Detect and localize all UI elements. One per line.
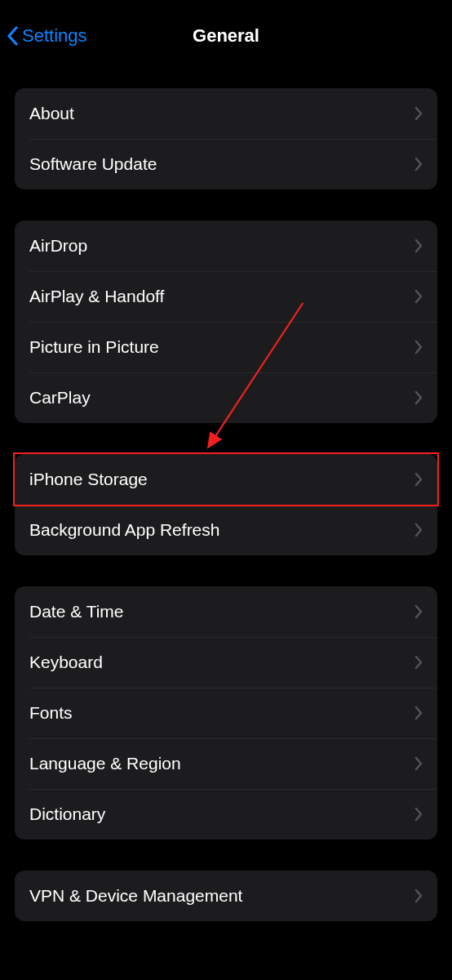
row-label: Language & Region	[29, 754, 181, 773]
row-label: Keyboard	[29, 653, 103, 672]
row-label: CarPlay	[29, 388, 91, 408]
chevron-right-icon	[414, 106, 423, 121]
row-label: iPhone Storage	[29, 470, 148, 489]
chevron-left-icon	[7, 26, 19, 46]
row-label: Date & Time	[29, 602, 124, 621]
chevron-right-icon	[414, 523, 423, 537]
content: About Software Update AirDrop AirPlay & …	[0, 88, 452, 921]
row-background-app-refresh[interactable]: Background App Refresh	[15, 505, 437, 555]
row-dictionary[interactable]: Dictionary	[15, 789, 437, 840]
row-language-region[interactable]: Language & Region	[15, 738, 437, 789]
row-iphone-storage[interactable]: iPhone Storage	[15, 454, 437, 505]
nav-bar: Settings General	[0, 0, 452, 72]
row-vpn-device-management[interactable]: VPN & Device Management	[15, 871, 437, 921]
row-label: AirDrop	[29, 236, 87, 256]
row-carplay[interactable]: CarPlay	[15, 372, 437, 423]
group-connectivity: AirDrop AirPlay & Handoff Picture in Pic…	[15, 220, 437, 423]
chevron-right-icon	[414, 655, 423, 670]
group-vpn: VPN & Device Management	[15, 871, 437, 921]
chevron-right-icon	[414, 238, 423, 253]
row-date-time[interactable]: Date & Time	[15, 586, 437, 637]
chevron-right-icon	[414, 340, 423, 354]
chevron-right-icon	[414, 472, 423, 487]
row-label: Dictionary	[29, 804, 105, 824]
row-about[interactable]: About	[15, 88, 437, 139]
chevron-right-icon	[414, 756, 423, 771]
back-label: Settings	[22, 25, 87, 47]
row-label: VPN & Device Management	[29, 886, 242, 906]
row-picture-in-picture[interactable]: Picture in Picture	[15, 322, 437, 372]
chevron-right-icon	[414, 889, 423, 903]
row-label: Software Update	[29, 154, 157, 174]
chevron-right-icon	[414, 390, 423, 405]
page-title: General	[193, 25, 259, 47]
chevron-right-icon	[414, 289, 423, 304]
row-software-update[interactable]: Software Update	[15, 139, 437, 189]
row-fonts[interactable]: Fonts	[15, 688, 437, 738]
row-label: Fonts	[29, 703, 73, 723]
group-about: About Software Update	[15, 88, 437, 189]
row-label: Picture in Picture	[29, 337, 159, 357]
row-keyboard[interactable]: Keyboard	[15, 637, 437, 688]
row-airdrop[interactable]: AirDrop	[15, 220, 437, 271]
row-label: About	[29, 104, 74, 123]
row-airplay-handoff[interactable]: AirPlay & Handoff	[15, 271, 437, 322]
chevron-right-icon	[414, 157, 423, 172]
row-label: AirPlay & Handoff	[29, 287, 164, 306]
group-locale: Date & Time Keyboard Fonts Language & Re…	[15, 586, 437, 840]
chevron-right-icon	[414, 706, 423, 720]
chevron-right-icon	[414, 807, 423, 822]
chevron-right-icon	[414, 604, 423, 619]
group-storage: iPhone Storage Background App Refresh	[15, 454, 437, 555]
row-label: Background App Refresh	[29, 520, 219, 540]
back-button[interactable]: Settings	[7, 0, 87, 72]
